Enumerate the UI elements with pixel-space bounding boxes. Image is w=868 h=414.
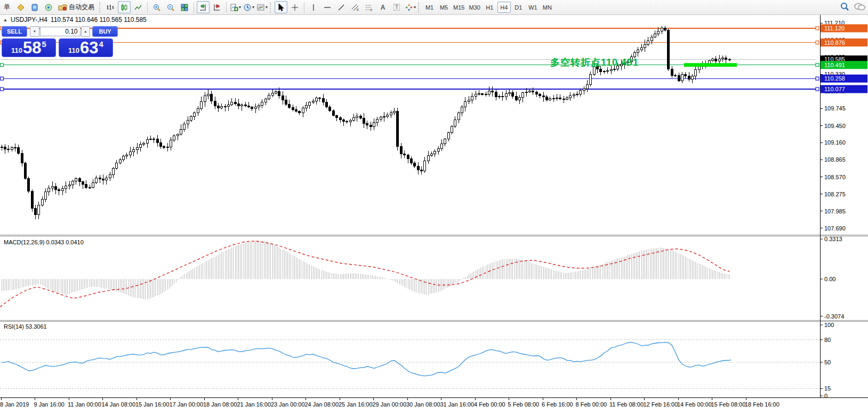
toolbar-separator bbox=[304, 2, 304, 13]
mt4-window: 单 自动交易 ▾ ▾ ▾ E F A T ▾ M1M bbox=[0, 0, 868, 414]
vertical-line-tool-button[interactable] bbox=[307, 1, 320, 13]
new-order-button[interactable]: 单 bbox=[1, 1, 13, 13]
autotrade-button[interactable]: 自动交易 bbox=[56, 1, 98, 13]
volume-input[interactable] bbox=[40, 27, 81, 36]
timeframe-button-D1[interactable]: D1 bbox=[512, 2, 525, 13]
buy-price-base: 110 bbox=[68, 46, 79, 54]
symbol-period-label: USDJPY-,H4 bbox=[11, 16, 47, 23]
one-click-trade-panel: SELL ▾ ▴ BUY 110 58 5 110 63 4 bbox=[2, 26, 118, 57]
signal-icon bbox=[44, 3, 53, 12]
autotrade-icon bbox=[58, 3, 68, 12]
svg-text:5 Feb 08:00: 5 Feb 08:00 bbox=[508, 401, 540, 408]
svg-text:15 Feb 08:00: 15 Feb 08:00 bbox=[711, 401, 746, 408]
timeframe-button-M30[interactable]: M30 bbox=[467, 2, 481, 13]
svg-text:110.077: 110.077 bbox=[824, 86, 845, 92]
search-icon[interactable] bbox=[839, 1, 850, 15]
svg-text:6 Feb 16:00: 6 Feb 16:00 bbox=[542, 401, 573, 408]
svg-text:18 Feb 16:00: 18 Feb 16:00 bbox=[745, 401, 779, 408]
chevron-down-icon: ▾ bbox=[252, 5, 254, 10]
svg-text:F: F bbox=[371, 9, 373, 12]
collapse-panel-icon[interactable]: ▲ bbox=[3, 18, 7, 22]
fibonacci-tool-button[interactable]: F bbox=[363, 1, 375, 13]
channel-tool-button[interactable]: E bbox=[349, 1, 361, 13]
cursor-icon bbox=[277, 3, 285, 12]
timeframe-button-M1[interactable]: M1 bbox=[423, 2, 436, 13]
chart-shift-icon bbox=[213, 3, 221, 12]
equidistant-channel-icon: E bbox=[351, 3, 359, 12]
timeframe-button-W1[interactable]: W1 bbox=[526, 2, 540, 13]
buy-price-pip: 4 bbox=[99, 39, 103, 49]
auto-scroll-button[interactable] bbox=[197, 1, 210, 13]
fibonacci-icon: F bbox=[365, 3, 373, 12]
buy-price-box[interactable]: 110 63 4 bbox=[59, 38, 113, 57]
text-tool-button[interactable]: A bbox=[376, 1, 389, 13]
template-icon bbox=[256, 3, 265, 12]
svg-text:17 Jan 00:00: 17 Jan 00:00 bbox=[170, 401, 204, 408]
indicators-button[interactable]: ▾ bbox=[229, 1, 242, 13]
toolbar-grip bbox=[418, 2, 421, 13]
sell-price-pip: 5 bbox=[42, 39, 46, 49]
chat-icon[interactable] bbox=[853, 1, 866, 15]
svg-text:12 Feb 16:00: 12 Feb 16:00 bbox=[644, 401, 678, 408]
chart-shift-button[interactable] bbox=[211, 1, 223, 13]
line-chart-button[interactable] bbox=[132, 1, 144, 13]
candlestick-chart-button[interactable] bbox=[118, 1, 131, 13]
gem-icon bbox=[17, 3, 25, 12]
svg-text:110.876: 110.876 bbox=[824, 39, 845, 46]
svg-text:25 Jan 16:00: 25 Jan 16:00 bbox=[339, 401, 373, 408]
svg-text:0.00: 0.00 bbox=[824, 276, 835, 282]
volume-decrease-button[interactable]: ▾ bbox=[30, 26, 39, 37]
bar-chart-button[interactable] bbox=[104, 1, 117, 13]
trendline-tool-button[interactable] bbox=[335, 1, 348, 13]
clock-icon bbox=[243, 3, 252, 12]
zoom-out-button[interactable] bbox=[164, 1, 177, 13]
svg-text:109.160: 109.160 bbox=[824, 139, 846, 146]
clipboard-icon bbox=[30, 3, 39, 12]
templates-button[interactable]: ▾ bbox=[256, 1, 268, 13]
svg-text:24 Jan 08:00: 24 Jan 08:00 bbox=[305, 401, 339, 408]
sell-button[interactable]: SELL bbox=[2, 26, 27, 37]
auto-scroll-icon bbox=[199, 3, 207, 12]
signal-button[interactable] bbox=[42, 1, 55, 13]
svg-text:108.275: 108.275 bbox=[824, 191, 846, 197]
text-label-icon: T bbox=[393, 4, 400, 11]
svg-text:31 Jan 16:00: 31 Jan 16:00 bbox=[440, 401, 475, 408]
chevron-down-icon: ▾ bbox=[414, 5, 416, 10]
toolbar-separator bbox=[226, 2, 227, 13]
svg-text:29 Jan 00:00: 29 Jan 00:00 bbox=[373, 401, 407, 408]
sell-price-main: 58 bbox=[23, 40, 41, 56]
trendline-icon bbox=[337, 3, 345, 12]
buy-price-main: 63 bbox=[80, 40, 98, 56]
main-toolbar: 单 自动交易 ▾ ▾ ▾ E F A T ▾ M1M bbox=[0, 0, 868, 15]
line-chart-icon bbox=[134, 3, 142, 12]
timeframe-button-MN[interactable]: MN bbox=[541, 2, 554, 13]
svg-text:-0.3074: -0.3074 bbox=[824, 313, 844, 320]
timeframe-button-H1[interactable]: H1 bbox=[483, 2, 496, 13]
svg-text:4 Feb 00:00: 4 Feb 00:00 bbox=[474, 401, 505, 408]
sell-price-base: 110 bbox=[11, 46, 22, 54]
timeframe-button-H4[interactable]: H4 bbox=[497, 2, 511, 13]
timeframe-button-M15[interactable]: M15 bbox=[452, 2, 466, 13]
zoom-in-button[interactable] bbox=[150, 1, 163, 13]
tile-windows-button[interactable] bbox=[178, 1, 191, 13]
buy-button[interactable]: BUY bbox=[92, 26, 118, 37]
market-watch-button[interactable] bbox=[28, 1, 41, 13]
zoom-in-icon bbox=[152, 3, 161, 12]
volume-increase-button[interactable]: ▴ bbox=[81, 26, 91, 37]
chart-canvas[interactable]: 111.210110.915110.625110.330110.040109.7… bbox=[0, 0, 868, 414]
horizontal-line-tool-button[interactable] bbox=[321, 1, 334, 13]
crosshair-tool-button[interactable] bbox=[288, 1, 301, 13]
svg-text:107.985: 107.985 bbox=[824, 208, 846, 214]
svg-text:110.491: 110.491 bbox=[824, 62, 845, 68]
ohlc-values: 110.574 110.646 110.565 110.585 bbox=[51, 16, 147, 23]
text-label-tool-button[interactable]: T bbox=[390, 1, 403, 13]
cursor-tool-button[interactable] bbox=[275, 1, 287, 13]
profile-button[interactable] bbox=[14, 1, 27, 13]
svg-text:30 Jan 08:00: 30 Jan 08:00 bbox=[406, 401, 440, 408]
sell-price-box[interactable]: 110 58 5 bbox=[2, 38, 56, 57]
periods-button[interactable]: ▾ bbox=[243, 1, 255, 13]
arrows-tool-button[interactable]: ▾ bbox=[404, 1, 416, 13]
timeframe-button-M5[interactable]: M5 bbox=[437, 2, 451, 13]
svg-text:110.258: 110.258 bbox=[824, 75, 845, 82]
svg-text:108.570: 108.570 bbox=[824, 174, 846, 180]
